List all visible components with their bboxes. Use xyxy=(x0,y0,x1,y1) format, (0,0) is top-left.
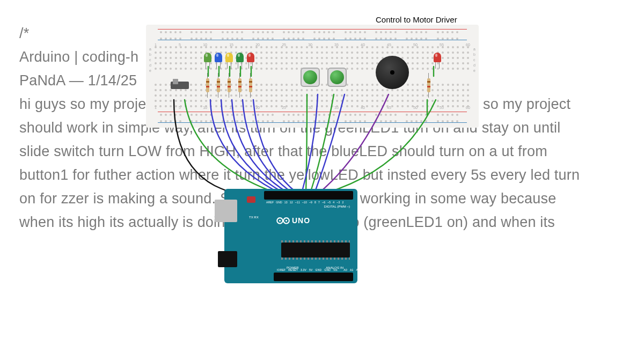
resistor-2 xyxy=(217,78,220,92)
atmega-chip-icon xyxy=(281,243,350,258)
breadboard-row-labels-right: abcde xyxy=(473,47,475,72)
power-analog-header xyxy=(274,273,353,281)
board-name: UNO xyxy=(292,216,310,225)
resistor-1 xyxy=(206,78,209,92)
led-motor-red xyxy=(434,53,441,62)
led-blue xyxy=(215,53,222,62)
resistor-4 xyxy=(238,78,241,92)
digital-pwm-label: DIGITAL (PWM ~) xyxy=(324,205,350,208)
infinity-logo-icon: ⊙⊙ xyxy=(276,215,289,226)
buzzer xyxy=(376,56,409,89)
usb-port-icon xyxy=(215,200,237,222)
circuit-diagram: 151015202530354045505560 151015202530354… xyxy=(146,25,479,298)
led-green2 xyxy=(236,53,244,62)
digital-header xyxy=(264,191,353,200)
resistor-6 xyxy=(427,78,430,92)
power-jack-icon xyxy=(218,251,237,267)
resistor-3 xyxy=(228,78,231,92)
resistor-5 xyxy=(249,78,252,92)
breadboard-row-labels-left: abcde xyxy=(149,47,151,72)
breadboard-bottom-rail xyxy=(155,111,470,124)
txrx-leds-label: TX RX xyxy=(249,215,259,220)
push-button-2[interactable] xyxy=(327,68,347,87)
breadboard-top-rail xyxy=(155,28,470,42)
slide-switch[interactable] xyxy=(171,82,189,89)
led-yellow xyxy=(225,53,233,62)
digital-pin-labels: AREFGND1312~11~10~987~6~54~32 xyxy=(266,201,343,204)
motor-driver-label: Control to Motor Driver xyxy=(376,15,457,24)
arduino-brand: ⊙⊙ UNO xyxy=(276,215,310,226)
led-red1 xyxy=(247,53,254,62)
reset-button[interactable] xyxy=(247,196,255,203)
led-green1 xyxy=(204,53,211,62)
push-button-1[interactable] xyxy=(301,68,320,87)
power-analog-pin-labels: IOREFRESET3.3V5VGNDGNDVin A0A1A2A3A4A5 xyxy=(277,268,378,271)
arduino-uno: ⊙⊙ UNO TX RX DIGITAL (PWM ~) AREFGND1312… xyxy=(224,189,357,283)
